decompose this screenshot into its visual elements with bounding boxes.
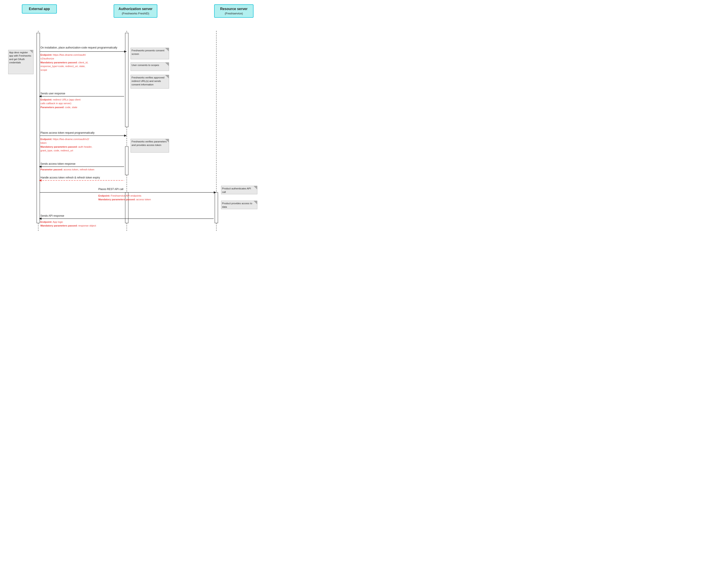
svg-marker-30	[39, 165, 42, 168]
svg-rect-26	[131, 139, 169, 152]
msg5-label: Handle access token refresh & refresh to…	[40, 176, 128, 179]
note-consent-screen: Freshworks presents consent screen	[132, 49, 168, 56]
actor-auth-server-subtitle: (Freshworks FreshID)	[119, 12, 152, 15]
actor-resource-server-subtitle: (Freshservice)	[219, 12, 249, 15]
svg-marker-23	[39, 95, 42, 97]
note-register: App devs register app with Freshworks an…	[9, 51, 32, 64]
actor-resource-server-title: Resource server	[219, 7, 249, 11]
svg-marker-20	[165, 75, 169, 79]
svg-rect-7	[215, 192, 218, 223]
svg-marker-32	[39, 179, 42, 182]
svg-rect-35	[221, 186, 257, 194]
msg4-label: Sends access token response	[40, 162, 102, 165]
actor-external-app: External app	[22, 4, 57, 13]
note-verifies-redirect: Freshworks verifies approved redirect UR…	[132, 76, 168, 86]
msg2-label: Sends user response	[40, 92, 84, 95]
svg-rect-6	[125, 192, 128, 223]
note-authenticates: Product authenticates API call	[222, 187, 255, 194]
svg-marker-15	[165, 48, 169, 52]
svg-marker-27	[165, 139, 169, 143]
svg-rect-4	[125, 33, 128, 127]
diagram-svg: App devs register app with Freshworks an…	[4, 18, 258, 241]
msg7-label: Sends API response	[40, 214, 95, 217]
svg-marker-9	[30, 50, 33, 53]
svg-marker-37	[253, 186, 257, 190]
actor-auth-server: Authorization server (Freshworks FreshID…	[113, 4, 157, 18]
msg6-label: Places REST API call	[98, 188, 159, 191]
note-verifies-params: Freshworks verifies parameters and provi…	[132, 140, 168, 147]
msg7-detail: Endpoint: App logic Mandatory parameters…	[40, 220, 128, 228]
svg-rect-38	[221, 201, 257, 209]
svg-marker-25	[124, 135, 127, 137]
msg3-label: Places access token request programmatic…	[40, 131, 124, 134]
msg4-detail: Parameter passed: access token, refresh …	[40, 168, 124, 171]
msg6-detail: Endpoint: Freshservice API endpoints Man…	[98, 194, 186, 202]
msg3-detail: Endpoint: https://fws-dname.com/oauth/v2…	[40, 137, 115, 152]
actor-resource-server: Resource server (Freshservice)	[214, 4, 253, 18]
svg-marker-12	[124, 50, 127, 53]
actor-auth-server-title: Authorization server	[119, 7, 152, 11]
svg-rect-16	[131, 62, 169, 71]
note-user-consents: User consents to scopes	[132, 63, 168, 67]
svg-marker-40	[253, 201, 257, 204]
svg-marker-17	[165, 62, 169, 66]
svg-marker-34	[214, 191, 216, 194]
svg-marker-21	[165, 75, 169, 79]
svg-rect-8	[8, 50, 34, 74]
msg2-detail: Endpoint: redirect URLs (app clientcalls…	[40, 98, 117, 109]
msg1-detail: Endpoint: https://fws-dname.com/oauth/v2…	[40, 53, 117, 72]
note-provides-access: Product provides access to data	[222, 202, 255, 209]
svg-marker-36	[253, 186, 257, 190]
svg-marker-10	[30, 50, 33, 53]
svg-marker-18	[165, 62, 169, 66]
svg-marker-28	[165, 139, 169, 143]
svg-marker-42	[39, 217, 42, 220]
svg-marker-39	[253, 201, 257, 204]
svg-rect-3	[37, 33, 40, 223]
diagram-container: External app Authorization server (Fresh…	[0, 0, 262, 245]
svg-rect-19	[131, 75, 169, 89]
actor-external-app-title: External app	[27, 7, 52, 11]
svg-marker-14	[165, 48, 169, 52]
svg-rect-13	[131, 48, 169, 59]
svg-rect-5	[125, 147, 128, 175]
msg1-label: On installation, place authorization-cod…	[40, 46, 124, 49]
